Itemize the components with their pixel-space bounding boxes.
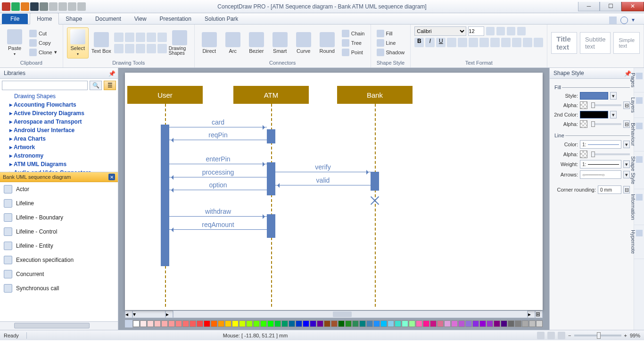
color-swatch[interactable] <box>409 320 415 327</box>
underline-icon[interactable]: U <box>436 38 446 47</box>
search-button[interactable]: 🔍 <box>90 81 102 90</box>
color-swatch[interactable] <box>310 320 316 327</box>
side-tab-pages[interactable]: Pages <box>634 68 644 92</box>
color-swatch[interactable] <box>373 320 380 327</box>
text-margins-icon[interactable] <box>534 38 543 47</box>
color-swatch[interactable] <box>444 320 451 327</box>
tree-button[interactable]: Tree <box>340 39 367 47</box>
zoom-out-button[interactable]: − <box>568 333 571 338</box>
side-tab-shape-style[interactable]: Shape Style <box>634 151 644 189</box>
drawtool-icon[interactable] <box>114 44 124 53</box>
color-swatch[interactable] <box>494 320 500 327</box>
drawtool-icon[interactable] <box>147 44 156 53</box>
execution-bar[interactable] <box>371 172 379 191</box>
color-swatch[interactable] <box>133 320 140 327</box>
execution-bar[interactable] <box>267 129 275 143</box>
font-color-icon[interactable] <box>507 27 515 35</box>
clone-button[interactable]: Clone ▾ <box>27 48 59 57</box>
drawing-shapes-button[interactable]: Drawing Shapes <box>169 27 190 59</box>
actor-box[interactable]: Bank <box>337 86 413 104</box>
second-color-swatch[interactable] <box>580 111 608 118</box>
bold-icon[interactable]: B <box>414 38 424 47</box>
color-swatch[interactable] <box>359 320 366 327</box>
execution-bar[interactable] <box>267 214 275 238</box>
cut-button[interactable]: Cut <box>27 29 59 38</box>
color-swatch[interactable] <box>232 320 239 327</box>
align-top-icon[interactable] <box>501 38 511 47</box>
zoom-slider[interactable] <box>574 335 621 336</box>
page-next-button[interactable]: ▸ <box>165 310 173 318</box>
execution-bar[interactable] <box>267 162 275 195</box>
color-swatch[interactable] <box>317 320 323 327</box>
color-swatch[interactable] <box>423 320 429 327</box>
color-swatch[interactable] <box>260 320 267 327</box>
align-left-icon[interactable] <box>469 38 478 47</box>
color-swatch[interactable] <box>253 320 260 327</box>
message-arrow[interactable] <box>169 127 267 127</box>
color-swatch[interactable] <box>267 320 274 327</box>
grid-toggle-icon[interactable]: ⊞ <box>535 310 543 318</box>
color-swatch[interactable] <box>529 320 536 327</box>
bezier-connector-button[interactable]: Bezier <box>246 27 267 59</box>
color-swatch[interactable] <box>204 320 210 327</box>
subscript-icon[interactable] <box>458 38 467 47</box>
color-swatch[interactable] <box>536 320 543 327</box>
color-swatch[interactable] <box>331 320 338 327</box>
shapes-list[interactable]: ActorLifelineLifeline - BoundaryLifeline… <box>0 182 118 321</box>
shape-item[interactable]: Lifeline <box>0 196 118 210</box>
document-tab[interactable]: Document <box>89 13 128 24</box>
corner-spinner[interactable]: ⊟ <box>623 186 630 193</box>
point-button[interactable]: Point <box>340 48 367 57</box>
color-swatch[interactable] <box>402 320 408 327</box>
canvas-hscroll[interactable]: ◂ ▾ ▸ ▸ ⊞ <box>125 310 543 319</box>
presentation-tab[interactable]: Presentation <box>153 13 198 24</box>
color-swatch[interactable] <box>154 320 161 327</box>
align-right-icon[interactable] <box>490 38 500 47</box>
copy-button[interactable]: Copy <box>27 39 59 47</box>
search-mode-button[interactable]: ☰ <box>104 81 116 90</box>
fit-page-icon[interactable] <box>558 332 565 339</box>
chain-button[interactable]: Chain <box>340 29 367 38</box>
execution-bar[interactable] <box>161 125 169 266</box>
drawtool-icon[interactable] <box>157 33 167 42</box>
library-tree-item[interactable]: ▸ Android User Interface <box>0 126 118 134</box>
message-arrow[interactable] <box>169 177 267 177</box>
library-tree[interactable]: Drawing Shapes▸ Accounting Flowcharts▸ A… <box>0 92 118 172</box>
message-arrow[interactable] <box>169 164 267 164</box>
line-color-select[interactable]: 1: <box>580 140 621 149</box>
color-swatch[interactable] <box>190 320 196 327</box>
color-swatch[interactable] <box>168 320 175 327</box>
round-connector-button[interactable]: Round <box>316 27 338 59</box>
color-swatch[interactable] <box>345 320 352 327</box>
library-tree-item[interactable]: Drawing Shapes <box>0 92 118 101</box>
scroll-right-button[interactable]: ▸ <box>528 310 535 318</box>
color-swatch[interactable] <box>161 320 168 327</box>
increase-font-icon[interactable] <box>486 27 495 35</box>
curve-connector-button[interactable]: Curve <box>293 27 314 59</box>
side-tab-information[interactable]: Information <box>634 189 644 225</box>
pin-icon[interactable]: 📌 <box>624 70 630 76</box>
color-picker-icon[interactable] <box>125 320 132 327</box>
line-alpha-slider[interactable] <box>591 153 630 155</box>
title-text-style[interactable]: Title text <box>551 32 577 54</box>
solution-park-tab[interactable]: Solution Park <box>198 13 245 24</box>
color-swatch[interactable] <box>197 320 203 327</box>
drawtool-icon[interactable] <box>114 33 124 42</box>
library-search-input[interactable] <box>2 81 88 90</box>
color-swatch[interactable] <box>380 320 387 327</box>
actor-box[interactable]: User <box>127 86 203 104</box>
page-selector[interactable]: ▾ <box>132 310 165 318</box>
second-color-dropdown[interactable]: ▾ <box>610 111 617 118</box>
align-center-icon[interactable] <box>479 38 489 47</box>
page-prev-button[interactable]: ◂ <box>125 310 132 318</box>
zoom-in-button[interactable]: + <box>624 333 627 338</box>
color-swatch[interactable] <box>465 320 472 327</box>
line-button[interactable]: Line <box>375 39 407 47</box>
message-arrow[interactable] <box>169 190 267 190</box>
shape-item[interactable]: Lifeline - Control <box>0 225 118 239</box>
select-tool-button[interactable]: Select▾ <box>67 27 89 59</box>
libraries-hscroll[interactable] <box>0 321 118 330</box>
shape-item[interactable]: Actor <box>0 182 118 196</box>
message-arrow[interactable] <box>169 140 267 140</box>
pin-icon[interactable]: 📌 <box>108 70 114 76</box>
